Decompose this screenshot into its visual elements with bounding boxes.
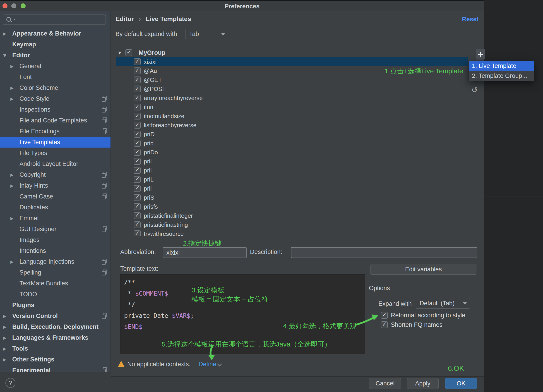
item-checkbox[interactable]	[134, 85, 141, 92]
item-checkbox[interactable]	[134, 131, 141, 138]
sidebar-item-intentions[interactable]: Intentions	[0, 245, 111, 256]
group-checkbox[interactable]	[125, 49, 132, 56]
apply-button[interactable]: Apply	[407, 378, 439, 389]
template-item-prii[interactable]: prii	[116, 166, 468, 175]
add-button[interactable]: +	[476, 49, 485, 60]
expand-arrow-icon[interactable]: ▶	[11, 259, 19, 264]
item-checkbox[interactable]	[134, 77, 141, 83]
sidebar-item-file-types[interactable]: File Types	[0, 148, 111, 158]
sidebar-item-language-injections[interactable]: ▶Language Injections	[0, 256, 111, 267]
template-item-prid[interactable]: priD	[116, 130, 468, 139]
option-reformat-according-to-style[interactable]: Reformat according to style	[381, 312, 465, 319]
template-item-post[interactable]: @POST	[116, 84, 468, 94]
template-item-prisfs[interactable]: prisfs	[116, 202, 468, 211]
sidebar-item-camel-case[interactable]: Camel Case	[0, 191, 111, 202]
template-item-prid[interactable]: prid	[116, 139, 468, 148]
sidebar-item-textmate-bundles[interactable]: TextMate Bundles	[0, 278, 111, 289]
popup-item-1-live-template[interactable]: 1. Live Template	[469, 61, 534, 71]
sidebar-item-todo[interactable]: TODO	[0, 289, 111, 300]
sidebar-item-editor[interactable]: ▼Editor	[0, 50, 111, 61]
cancel-button[interactable]: Cancel	[369, 378, 401, 389]
abbreviation-input[interactable]	[163, 247, 247, 258]
item-checkbox[interactable]	[134, 67, 141, 74]
sidebar-item-emmet[interactable]: ▶Emmet	[0, 213, 111, 224]
sidebar-item-spelling[interactable]: Spelling	[0, 267, 111, 278]
ok-button[interactable]: OK	[445, 378, 477, 389]
template-item-pril[interactable]: pril	[116, 184, 468, 193]
sidebar-item-file-and-code-templates[interactable]: File and Code Templates	[0, 115, 111, 126]
sidebar-item-appearance-behavior[interactable]: ▶Appearance & Behavior	[0, 28, 111, 39]
item-checkbox[interactable]	[134, 221, 141, 228]
template-item-ifnotnullandsize[interactable]: ifnotnullandsize	[116, 112, 468, 121]
popup-item-2-template-group[interactable]: 2. Template Group...	[469, 71, 534, 81]
revert-icon[interactable]: ↺	[471, 85, 478, 94]
template-item-pris[interactable]: priS	[116, 193, 468, 202]
option-checkbox[interactable]	[381, 312, 388, 319]
sidebar-item-languages-frameworks[interactable]: ▶Languages & Frameworks	[0, 332, 111, 343]
help-button[interactable]: ?	[6, 378, 15, 388]
item-checkbox[interactable]	[134, 122, 141, 129]
template-group-row[interactable]: ▼ MyGroup	[116, 48, 468, 57]
item-checkbox[interactable]	[134, 185, 141, 192]
sidebar-item-android-layout-editor[interactable]: Android Layout Editor	[0, 158, 111, 169]
sidebar-item-keymap[interactable]: Keymap	[0, 39, 111, 50]
expand-arrow-icon[interactable]: ▶	[11, 85, 19, 90]
edit-variables-button[interactable]: Edit variables	[370, 264, 476, 275]
expand-arrow-icon[interactable]: ▶	[11, 216, 19, 221]
define-link[interactable]: Define	[198, 361, 216, 368]
settings-search-box[interactable]	[3, 15, 106, 25]
expand-arrow-icon[interactable]: ▶	[11, 96, 19, 101]
sidebar-item-other-settings[interactable]: ▶Other Settings	[0, 354, 111, 365]
template-item-listforeachbyreverse[interactable]: listforeachbyreverse	[116, 121, 468, 130]
template-item-pril[interactable]: pril	[116, 157, 468, 166]
sidebar-item-tools[interactable]: ▶Tools	[0, 343, 111, 354]
expand-arrow-icon[interactable]: ▶	[3, 314, 12, 319]
description-input[interactable]	[291, 247, 477, 258]
template-item-ifnn[interactable]: ifnn	[116, 102, 468, 112]
expand-arrow-icon[interactable]: ▶	[3, 31, 12, 36]
sidebar-item-file-encodings[interactable]: File Encodings	[0, 126, 111, 137]
template-item-pril[interactable]: priL	[116, 175, 468, 184]
search-filter-caret-icon[interactable]	[13, 19, 16, 20]
sidebar-item-version-control[interactable]: ▶Version Control	[0, 311, 111, 321]
template-item-trywithresource[interactable]: trywithresource	[116, 229, 468, 236]
expand-arrow-icon[interactable]: ▶	[11, 183, 19, 188]
item-checkbox[interactable]	[134, 176, 141, 183]
sidebar-item-experimental[interactable]: Experimental	[0, 365, 111, 372]
item-checkbox[interactable]	[134, 230, 141, 236]
item-checkbox[interactable]	[134, 104, 141, 111]
expand-arrow-icon[interactable]: ▶	[11, 64, 19, 69]
sidebar-item-code-style[interactable]: ▶Code Style	[0, 93, 111, 104]
sidebar-item-inspections[interactable]: Inspections	[0, 104, 111, 115]
reset-link[interactable]: Reset	[462, 16, 480, 23]
sidebar-item-inlay-hints[interactable]: ▶Inlay Hints	[0, 180, 111, 191]
sidebar-item-live-templates[interactable]: Live Templates	[0, 137, 111, 148]
item-checkbox[interactable]	[134, 167, 141, 174]
collapse-arrow-icon[interactable]: ▼	[118, 50, 125, 55]
item-checkbox[interactable]	[134, 158, 141, 165]
sidebar-item-font[interactable]: Font	[0, 72, 111, 82]
breadcrumb-editor[interactable]: Editor	[115, 15, 134, 22]
template-item-prido[interactable]: priDo	[116, 148, 468, 157]
expand-with-dropdown[interactable]: Default (Tab)	[416, 298, 470, 309]
template-item-get[interactable]: @GET	[116, 75, 468, 84]
item-checkbox[interactable]	[134, 149, 141, 156]
expand-arrow-icon[interactable]: ▶	[11, 173, 19, 177]
sidebar-item-plugins[interactable]: Plugins	[0, 300, 111, 311]
option-checkbox[interactable]	[381, 321, 388, 328]
sidebar-item-color-scheme[interactable]: ▶Color Scheme	[0, 82, 111, 93]
item-checkbox[interactable]	[134, 113, 141, 119]
item-checkbox[interactable]	[134, 95, 141, 101]
template-item-pristaticfinalinteger[interactable]: pristaticfinalinteger	[116, 211, 468, 220]
item-checkbox[interactable]	[134, 58, 141, 65]
expand-arrow-icon[interactable]: ▶	[3, 346, 12, 351]
item-checkbox[interactable]	[134, 203, 141, 210]
template-item-pristaticfinastring[interactable]: pristaticfinastring	[116, 220, 468, 229]
default-expand-dropdown[interactable]: Tab	[185, 29, 228, 39]
item-checkbox[interactable]	[134, 194, 141, 201]
sidebar-item-duplicates[interactable]: Duplicates	[0, 202, 111, 213]
sidebar-item-copyright[interactable]: ▶Copyright	[0, 169, 111, 180]
item-checkbox[interactable]	[134, 140, 141, 147]
expand-arrow-icon[interactable]: ▶	[3, 325, 12, 329]
collapse-arrow-icon[interactable]: ▼	[3, 53, 12, 58]
